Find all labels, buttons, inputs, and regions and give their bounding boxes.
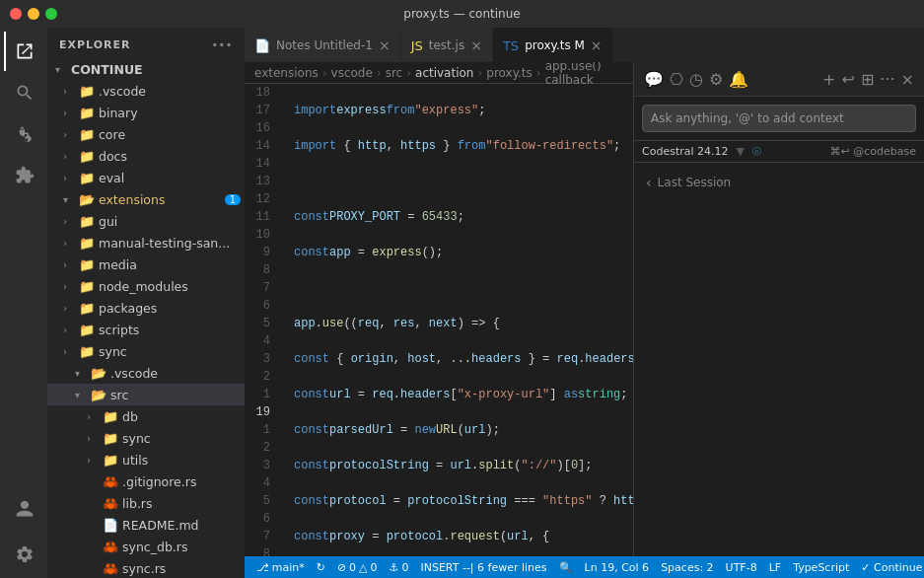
branch-name: main* xyxy=(272,561,305,574)
ai-last-session[interactable]: ‹ Last Session xyxy=(642,171,916,194)
ai-bell-icon[interactable]: 🔔 xyxy=(729,70,748,89)
file-icon: 🦀 xyxy=(103,473,118,489)
breadcrumb-part: proxy.ts xyxy=(486,66,533,80)
folder-open-icon: 📂 xyxy=(91,365,107,381)
ai-undo-icon[interactable]: ↩ xyxy=(842,70,855,89)
status-continue[interactable]: ✓ Continue xyxy=(855,556,924,578)
breadcrumb-separator: › xyxy=(322,66,327,80)
folder-icon: 📁 xyxy=(103,408,118,424)
editor-content[interactable]: 18 17 16 14 14 13 12 11 10 9 8 7 6 5 xyxy=(245,84,633,556)
ports-icon: ⚓ xyxy=(390,561,399,574)
sidebar-item-scripts[interactable]: › 📁 scripts xyxy=(47,319,245,340)
tree-item-label: db xyxy=(122,409,245,424)
sidebar-item-vscode-nested[interactable]: ▾ 📂 .vscode xyxy=(47,362,245,384)
sidebar-item-lib-rs[interactable]: 🦀 lib.rs xyxy=(47,492,245,514)
sidebar-item-src[interactable]: ▾ 📂 src xyxy=(47,384,245,405)
ai-code-icon[interactable]: ⎔ xyxy=(670,70,683,89)
status-branch[interactable]: ⎇ main* xyxy=(250,556,311,578)
tree-item-label: eval xyxy=(99,171,245,185)
chevron-right-icon: › xyxy=(63,259,79,270)
status-encoding[interactable]: UTF-8 xyxy=(720,556,763,578)
activity-extensions[interactable] xyxy=(4,156,43,195)
sidebar-item-packages[interactable]: › 📁 packages xyxy=(47,297,245,319)
warning-count: 0 xyxy=(371,561,378,574)
activity-account[interactable] xyxy=(4,489,43,529)
line-num: 2 xyxy=(245,439,278,457)
file-icon: 🦀 xyxy=(103,495,118,511)
sidebar-item-vscode[interactable]: › 📁 .vscode xyxy=(47,80,245,102)
status-sync[interactable]: ↻ xyxy=(311,556,331,578)
code-line: const PROXY_PORT = 65433; xyxy=(294,208,633,226)
chevron-left-icon: ‹ xyxy=(646,175,652,190)
line-num: 7 xyxy=(245,279,278,297)
status-cursor[interactable]: Ln 19, Col 6 xyxy=(579,556,656,578)
sidebar-item-eval[interactable]: › 📁 eval xyxy=(47,167,245,188)
ai-close-icon[interactable]: × xyxy=(901,70,914,89)
folder-icon: 📁 xyxy=(79,83,95,99)
sidebar-item-manual-testing[interactable]: › 📁 manual-testing-san... xyxy=(47,232,245,253)
status-ports[interactable]: ⚓ 0 xyxy=(384,556,415,578)
ai-chat-icon[interactable]: 💬 xyxy=(644,70,664,89)
language-label: TypeScript xyxy=(793,561,849,574)
sidebar-item-sync[interactable]: › 📁 sync xyxy=(47,340,245,362)
sidebar-item-media[interactable]: › 📁 media xyxy=(47,253,245,275)
sidebar-item-utils[interactable]: › 📁 utils xyxy=(47,449,245,470)
chevron-down-icon: ▾ xyxy=(55,64,71,75)
sidebar-item-sync-rs[interactable]: 🦀 sync.rs xyxy=(47,557,245,578)
status-language[interactable]: TypeScript xyxy=(787,556,855,578)
explorer-menu[interactable]: ··· xyxy=(212,36,233,54)
ai-input-area: Ask anything, '@' to add context xyxy=(634,97,924,141)
tab-close-notes[interactable]: × xyxy=(379,38,391,52)
sidebar-item-binary[interactable]: › 📁 binary xyxy=(47,102,245,123)
maximize-button[interactable] xyxy=(45,8,57,20)
status-search[interactable]: 🔍 xyxy=(553,556,579,578)
line-num: 9 xyxy=(245,244,278,261)
status-spaces[interactable]: Spaces: 2 xyxy=(655,556,719,578)
code-area[interactable]: import express from "express"; import { … xyxy=(286,84,633,556)
code-line: const { origin, host, ...headers } = req… xyxy=(294,350,633,368)
ai-panel-header: 💬 ⎔ ◷ ⚙ 🔔 + ↩ ⊞ ··· × xyxy=(634,62,924,97)
sidebar-item-docs[interactable]: › 📁 docs xyxy=(47,145,245,167)
ai-context-label[interactable]: Codestral 24.12 xyxy=(642,145,729,158)
ai-grid-icon[interactable]: ⊞ xyxy=(861,70,874,89)
ai-input-box[interactable]: Ask anything, '@' to add context xyxy=(642,105,916,132)
tree-item-label: .vscode xyxy=(110,366,245,381)
status-errors[interactable]: ⊘ 0 △ 0 xyxy=(331,556,384,578)
activity-search[interactable] xyxy=(4,73,43,112)
tab-proxy[interactable]: TS proxy.ts M × xyxy=(493,28,613,62)
ai-settings-icon[interactable]: ⚙ xyxy=(709,70,723,89)
tree-item-label: .gitignore.rs xyxy=(122,474,245,489)
sidebar-item-db[interactable]: › 📁 db xyxy=(47,405,245,427)
sidebar-item-core[interactable]: › 📁 core xyxy=(47,123,245,145)
sidebar-item-gitignore-rs[interactable]: 🦀 .gitignore.rs xyxy=(47,470,245,492)
status-line-ending[interactable]: LF xyxy=(763,556,787,578)
folder-icon: 📁 xyxy=(79,235,95,251)
ai-more-icon[interactable]: ··· xyxy=(880,70,894,89)
ai-history-icon[interactable]: ◷ xyxy=(689,70,703,89)
tab-close-test[interactable]: × xyxy=(470,38,482,52)
close-button[interactable] xyxy=(10,8,22,20)
ai-session-label: Last Session xyxy=(658,176,732,189)
minimize-button[interactable] xyxy=(28,8,39,20)
activity-settings[interactable] xyxy=(4,535,43,574)
tab-test[interactable]: JS test.js × xyxy=(401,28,493,62)
sidebar-section-continue[interactable]: ▾ CONTINUE xyxy=(47,58,245,80)
ai-add-icon[interactable]: + xyxy=(822,70,835,89)
sidebar-item-readme[interactable]: 📄 README.md xyxy=(47,514,245,536)
sidebar-item-sync-nested[interactable]: › 📁 sync xyxy=(47,427,245,449)
activity-source-control[interactable] xyxy=(4,114,43,154)
editor-area: 📄 Notes Untitled-1 × JS test.js × TS pro… xyxy=(245,28,924,578)
folder-icon: 📁 xyxy=(79,278,95,294)
code-line: const proxy = protocol.request(url, { xyxy=(294,528,633,545)
sidebar-item-sync-db-rs[interactable]: 🦀 sync_db.rs xyxy=(47,536,245,557)
chevron-right-icon: › xyxy=(63,108,79,118)
traffic-lights xyxy=(10,8,57,20)
tab-close-proxy[interactable]: × xyxy=(591,38,603,52)
sidebar-item-node-modules[interactable]: › 📁 node_modules xyxy=(47,275,245,297)
error-icon: ⊘ xyxy=(337,561,346,574)
sidebar-item-extensions[interactable]: ▾ 📂 extensions 1 xyxy=(47,188,245,210)
activity-explorer[interactable] xyxy=(4,32,43,71)
tab-notes[interactable]: 📄 Notes Untitled-1 × xyxy=(245,28,401,62)
line-num: 5 xyxy=(245,492,278,510)
sidebar-item-gui[interactable]: › 📁 gui xyxy=(47,210,245,232)
